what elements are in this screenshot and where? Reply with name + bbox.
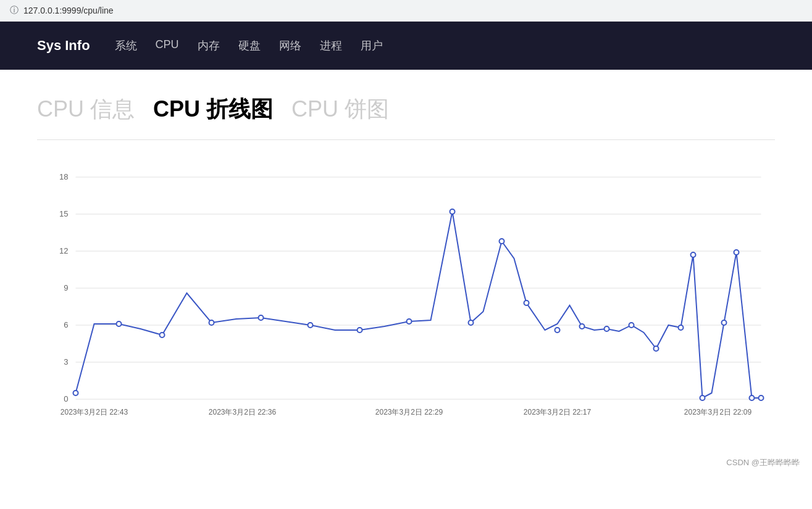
- data-point: [358, 328, 362, 333]
- data-point: [629, 323, 634, 328]
- svg-text:2023年3月2日 22:36: 2023年3月2日 22:36: [209, 408, 277, 416]
- cpu-line-chart: 18 15 12 9 6 3 0 2023年3月2日 22:43 2023年3月…: [37, 159, 775, 424]
- info-icon: ⓘ: [10, 5, 19, 16]
- data-point: [605, 326, 609, 331]
- data-point: [160, 333, 165, 337]
- data-point: [700, 395, 705, 400]
- page-content: CPU 信息 CPU 折线图 CPU 饼图: [0, 70, 812, 451]
- data-point: [691, 252, 696, 257]
- tab-cpu-line[interactable]: CPU 折线图: [153, 94, 273, 125]
- data-point: [407, 319, 412, 324]
- data-point: [469, 320, 474, 325]
- nav-system[interactable]: 系统: [115, 39, 137, 52]
- tab-cpu-pie[interactable]: CPU 饼图: [291, 94, 389, 125]
- data-point: [259, 315, 264, 320]
- data-point: [450, 209, 455, 214]
- nav-user[interactable]: 用户: [361, 39, 383, 52]
- nav-disk[interactable]: 硬盘: [238, 39, 261, 52]
- svg-text:6: 6: [64, 320, 68, 329]
- svg-text:2023年3月2日 22:43: 2023年3月2日 22:43: [61, 408, 128, 416]
- nav-process[interactable]: 进程: [320, 39, 342, 52]
- data-point: [654, 346, 659, 351]
- nav-network[interactable]: 网络: [279, 39, 301, 52]
- svg-text:3: 3: [64, 357, 68, 366]
- tab-cpu-info[interactable]: CPU 信息: [37, 94, 135, 125]
- footer-text: CSDN @王晔晔晔晔: [726, 458, 800, 467]
- svg-text:9: 9: [64, 283, 68, 292]
- data-point: [722, 320, 727, 325]
- data-point: [580, 324, 585, 329]
- chart-svg-wrapper: 18 15 12 9 6 3 0 2023年3月2日 22:43 2023年3月…: [37, 159, 775, 426]
- brand-logo[interactable]: Sys Info: [37, 38, 90, 54]
- data-point: [500, 239, 504, 244]
- data-point: [73, 391, 78, 395]
- chart-container: 18 15 12 9 6 3 0 2023年3月2日 22:43 2023年3月…: [37, 152, 775, 432]
- page-tabs: CPU 信息 CPU 折线图 CPU 饼图: [37, 94, 775, 125]
- url-text: 127.0.0.1:9999/cpu/line: [23, 6, 114, 15]
- cpu-line-path: [76, 212, 761, 398]
- data-point: [555, 328, 560, 333]
- data-point: [759, 395, 764, 400]
- data-point: [750, 395, 755, 400]
- data-point: [308, 323, 313, 328]
- svg-text:12: 12: [59, 246, 68, 255]
- svg-text:15: 15: [59, 209, 68, 218]
- nav-memory[interactable]: 内存: [198, 39, 220, 52]
- data-point: [209, 320, 214, 325]
- data-point: [679, 325, 684, 330]
- svg-text:2023年3月2日 22:09: 2023年3月2日 22:09: [684, 408, 752, 416]
- svg-text:2023年3月2日 22:17: 2023年3月2日 22:17: [524, 408, 592, 416]
- svg-text:0: 0: [64, 394, 68, 403]
- data-point: [734, 250, 739, 255]
- svg-text:2023年3月2日 22:29: 2023年3月2日 22:29: [375, 408, 443, 416]
- data-point: [524, 300, 529, 305]
- address-bar: ⓘ 127.0.0.1:9999/cpu/line: [0, 0, 812, 22]
- footer: CSDN @王晔晔晔晔: [0, 451, 812, 474]
- navbar: Sys Info 系统 CPU 内存 硬盘 网络 进程 用户: [0, 22, 812, 70]
- data-point: [117, 321, 122, 326]
- divider: [37, 139, 775, 140]
- svg-text:18: 18: [59, 172, 68, 181]
- nav-cpu[interactable]: CPU: [156, 38, 179, 51]
- nav-links: 系统 CPU 内存 硬盘 网络 进程 用户: [115, 38, 383, 53]
